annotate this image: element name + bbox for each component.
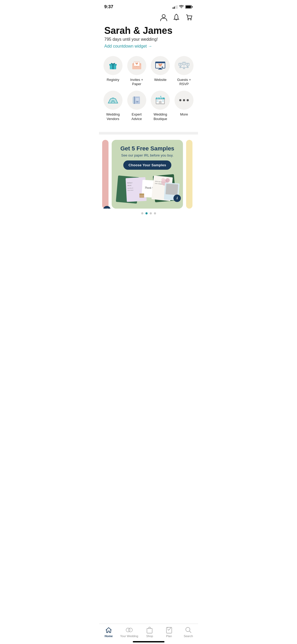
svg-rect-72 xyxy=(166,183,178,195)
svg-rect-0 xyxy=(173,7,173,9)
more-button[interactable]: More xyxy=(174,91,194,121)
svg-point-7 xyxy=(162,15,165,18)
svg-point-51 xyxy=(179,99,181,101)
card-image-area: Making it Official Lily Olivia & Brian A… xyxy=(112,172,183,204)
svg-rect-13 xyxy=(112,63,114,69)
svg-rect-5 xyxy=(186,6,191,8)
add-countdown-link[interactable]: Add countdown widget → xyxy=(104,44,193,49)
carousel-main-card: Get 5 Free Samples See our paper IRL bef… xyxy=(112,140,183,209)
header-actions xyxy=(99,12,198,23)
svg-rect-48 xyxy=(159,101,162,104)
status-bar: 9:37 xyxy=(99,0,198,12)
carousel-right-peek xyxy=(186,140,192,209)
svg-rect-2 xyxy=(175,6,176,9)
svg-text:Making it: Making it xyxy=(127,182,133,183)
advice-icon-circle xyxy=(127,91,146,110)
dot-2[interactable] xyxy=(145,212,148,214)
wifi-icon xyxy=(179,5,184,9)
boutique-icon-circle xyxy=(151,91,170,110)
vendors-icon-circle xyxy=(103,91,122,110)
svg-rect-17 xyxy=(155,62,165,63)
guests-label: Guests +RSVP xyxy=(177,78,191,87)
card-title: Get 5 Free Samples xyxy=(116,145,179,152)
invites-icon-circle xyxy=(127,56,146,75)
svg-rect-3 xyxy=(177,5,177,9)
vendors-label: WeddingVendors xyxy=(106,112,120,121)
carousel-section: i Get 5 Free Samples See our paper IRL b… xyxy=(99,135,198,220)
svg-rect-67 xyxy=(139,194,144,195)
main-heading: Sarah & James 795 days until your weddin… xyxy=(99,23,198,49)
invites-button[interactable]: Invites +Paper xyxy=(127,56,147,87)
guests-button[interactable]: Guests +RSVP xyxy=(174,56,194,87)
info-badge-left[interactable]: i xyxy=(103,206,111,209)
carousel-track: i Get 5 Free Samples See our paper IRL b… xyxy=(99,140,198,209)
dot-3[interactable] xyxy=(150,212,152,214)
info-badge-right[interactable]: i xyxy=(173,195,181,202)
notifications-button[interactable] xyxy=(173,14,180,21)
couple-name: Sarah & James xyxy=(104,25,193,36)
registry-button[interactable]: Registry xyxy=(103,56,123,87)
dot-1[interactable] xyxy=(141,212,143,214)
svg-rect-50 xyxy=(162,100,164,102)
invites-label: Invites +Paper xyxy=(130,78,143,87)
svg-point-30 xyxy=(187,66,188,68)
svg-text:Official: Official xyxy=(127,185,131,186)
svg-point-28 xyxy=(180,66,181,68)
status-time: 9:37 xyxy=(104,4,113,10)
vendors-button[interactable]: WeddingVendors xyxy=(103,91,123,121)
svg-rect-1 xyxy=(174,7,175,9)
website-icon-circle xyxy=(151,56,170,75)
svg-point-69 xyxy=(166,178,170,182)
svg-rect-6 xyxy=(192,6,193,8)
carousel-dots xyxy=(99,212,198,214)
cart-button[interactable] xyxy=(185,14,193,21)
card-subtitle: See our paper IRL before you buy. xyxy=(116,153,179,157)
svg-point-29 xyxy=(183,67,185,69)
profile-button[interactable] xyxy=(160,14,167,21)
svg-point-52 xyxy=(183,99,185,101)
boutique-button[interactable]: WeddingBoutique xyxy=(151,91,170,121)
svg-point-53 xyxy=(187,99,189,101)
battery-icon xyxy=(185,5,193,9)
card-content: Get 5 Free Samples See our paper IRL bef… xyxy=(112,140,183,169)
more-label: More xyxy=(180,112,188,117)
svg-rect-49 xyxy=(157,100,158,102)
more-icon-circle xyxy=(175,91,194,110)
svg-point-8 xyxy=(176,14,177,15)
advice-button[interactable]: ExpertAdvice xyxy=(127,91,147,121)
registry-label: Registry xyxy=(107,78,119,82)
guests-icon-circle xyxy=(175,56,194,75)
status-icons xyxy=(173,5,193,9)
advice-label: ExpertAdvice xyxy=(131,112,142,121)
website-label: Website xyxy=(154,78,167,82)
countdown-days: 795 days until your wedding! xyxy=(104,37,193,42)
choose-samples-button[interactable]: Choose Your Samples xyxy=(123,160,171,170)
svg-point-70 xyxy=(161,178,165,182)
dot-4[interactable] xyxy=(154,212,156,214)
svg-rect-18 xyxy=(159,68,161,69)
carousel-left-peek: i xyxy=(102,140,109,209)
svg-rect-19 xyxy=(158,69,162,70)
signal-icon xyxy=(173,5,177,9)
registry-icon-circle xyxy=(103,56,122,75)
svg-point-9 xyxy=(188,19,189,20)
boutique-label: WeddingBoutique xyxy=(154,112,167,121)
website-button[interactable]: Website xyxy=(151,56,170,87)
svg-point-10 xyxy=(190,19,191,20)
sample-cards-svg: Making it Official Lily Olivia & Brian A… xyxy=(112,172,183,204)
feature-grid: Registry Invites +Paper xyxy=(99,49,198,126)
section-divider xyxy=(99,132,198,135)
